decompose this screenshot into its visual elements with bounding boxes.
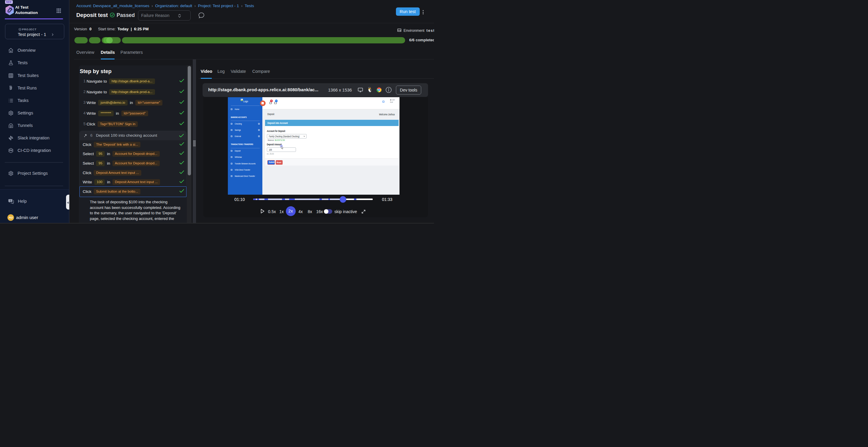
svg-text:?: ? (10, 199, 11, 202)
